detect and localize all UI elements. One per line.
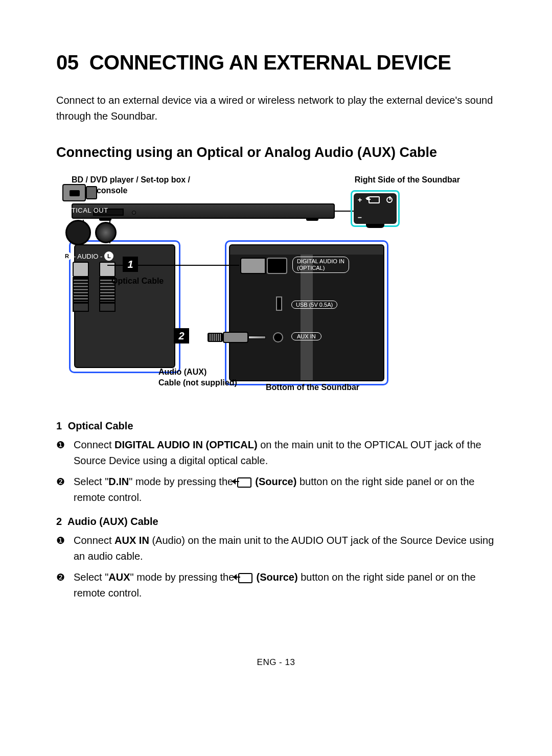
usb-port-icon [276,296,282,311]
source-icon [237,477,251,488]
soundbar-side-panel-icon: + – [354,193,397,224]
callout-1: 1 [123,257,138,272]
audio-l-icon: L [104,251,113,261]
step-list-1: Connect DIGITAL AUDIO IN (OPTICAL) on th… [56,437,496,506]
step-2-2: Select "AUX" mode by pressing the (Sourc… [74,569,496,601]
source-icon [238,573,252,583]
chapter-title: CONNECTING AN EXTERNAL DEVICE [89,51,451,74]
step-2-1: Connect AUX IN (Audio) on the main unit … [74,533,496,564]
rca-connector-icon [99,262,116,312]
page-footer: ENG - 13 [56,657,496,668]
digital-audio-in-port-icon [267,258,287,274]
connection-diagram: BD / DVD player / Set-top box / Game con… [56,175,496,400]
step-list-2: Connect AUX IN (Audio) on the main unit … [56,533,496,601]
intro-paragraph: Connect to an external device via a wire… [56,93,496,124]
label-bottom-soundbar: Bottom of the Soundbar [266,382,359,393]
source-device-icon [72,203,335,219]
label-aux-in: AUX IN [291,332,321,340]
label-audio-rl: R - AUDIO - L [62,251,113,261]
rca-connector-icon [73,262,89,312]
minus-icon: – [358,214,362,221]
aux-plug-icon [208,330,272,345]
optical-plug-icon [240,258,266,274]
optical-plug-icon [62,184,86,201]
label-right-side-soundbar: Right Side of the Soundbar [355,175,460,186]
power-icon [386,197,393,203]
step-1-2: Select "D.IN" mode by pressing the (Sour… [74,474,496,506]
label-digital-audio-in: DIGITAL AUDIO IN (OPTICAL) [292,257,349,273]
chapter-heading: 05 CONNECTING AN EXTERNAL DEVICE [56,51,496,74]
plus-icon: + [358,196,362,203]
chapter-number: 05 [56,51,79,74]
port-jack-icon [65,220,91,245]
step-1-1: Connect DIGITAL AUDIO IN (OPTICAL) on th… [74,437,496,469]
label-aux-cable: Audio (AUX) Cable (not supplied) [158,367,237,388]
step-heading-2: 2 Audio (AUX) Cable [56,516,496,528]
callout-2: 2 [174,328,189,343]
section-heading: Connecting using an Optical or Analog Au… [56,145,496,161]
label-usb: USB (5V 0.5A) [291,301,337,309]
label-optical-out: OPTICAL OUT [61,207,108,214]
label-optical-cable: Optical Cable [111,276,164,287]
aux-in-port-icon [273,332,283,342]
audio-r-icon: R [62,251,72,261]
step-heading-1: 1 Optical Cable [56,420,496,432]
source-icon [369,196,380,203]
